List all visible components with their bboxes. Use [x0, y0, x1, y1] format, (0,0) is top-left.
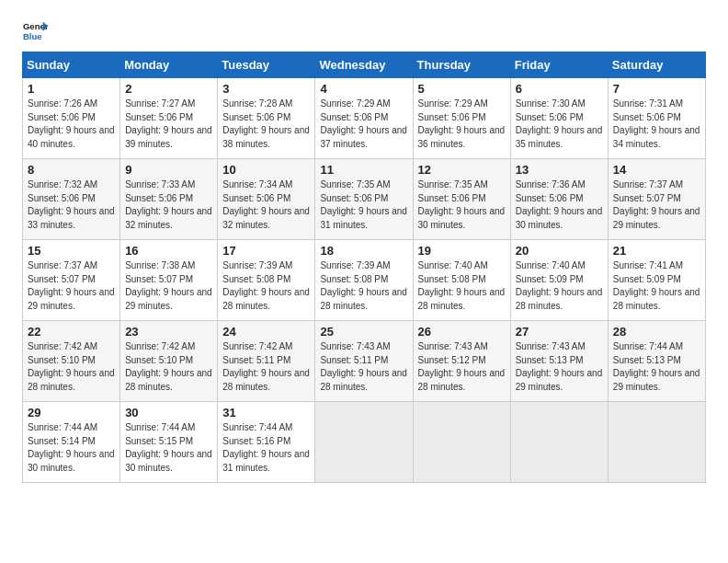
day-detail: Sunrise: 7:36 AMSunset: 5:06 PMDaylight:… [516, 179, 603, 230]
calendar-cell: 23Sunrise: 7:42 AMSunset: 5:10 PMDayligh… [120, 321, 218, 402]
day-detail: Sunrise: 7:39 AMSunset: 5:08 PMDaylight:… [320, 260, 407, 311]
header: General Blue [22, 18, 706, 44]
calendar-cell: 8Sunrise: 7:32 AMSunset: 5:06 PMDaylight… [23, 159, 120, 240]
day-detail: Sunrise: 7:44 AMSunset: 5:14 PMDaylight:… [28, 422, 115, 473]
weekday-header-wednesday: Wednesday [315, 52, 413, 78]
day-number: 1 [28, 82, 115, 96]
calendar-cell: 27Sunrise: 7:43 AMSunset: 5:13 PMDayligh… [510, 321, 608, 402]
calendar-cell [315, 402, 413, 483]
day-number: 18 [320, 244, 407, 258]
day-detail: Sunrise: 7:29 AMSunset: 5:06 PMDaylight:… [418, 98, 506, 149]
day-number: 14 [613, 163, 700, 177]
calendar-cell: 3Sunrise: 7:28 AMSunset: 5:06 PMDaylight… [218, 78, 315, 159]
weekday-header-sunday: Sunday [23, 52, 120, 78]
day-number: 17 [222, 244, 310, 258]
calendar-week-5: 29Sunrise: 7:44 AMSunset: 5:14 PMDayligh… [23, 402, 706, 483]
weekday-header-monday: Monday [120, 52, 218, 78]
day-number: 19 [418, 244, 506, 258]
calendar-cell [510, 402, 608, 483]
calendar-cell [413, 402, 510, 483]
day-detail: Sunrise: 7:44 AMSunset: 5:13 PMDaylight:… [613, 341, 700, 392]
calendar-week-2: 8Sunrise: 7:32 AMSunset: 5:06 PMDaylight… [23, 159, 706, 240]
day-detail: Sunrise: 7:41 AMSunset: 5:09 PMDaylight:… [613, 260, 700, 311]
day-detail: Sunrise: 7:30 AMSunset: 5:06 PMDaylight:… [516, 98, 603, 149]
day-number: 26 [418, 325, 506, 339]
calendar-cell: 31Sunrise: 7:44 AMSunset: 5:16 PMDayligh… [218, 402, 315, 483]
calendar-cell: 26Sunrise: 7:43 AMSunset: 5:12 PMDayligh… [413, 321, 510, 402]
calendar-cell: 5Sunrise: 7:29 AMSunset: 5:06 PMDaylight… [413, 78, 510, 159]
day-detail: Sunrise: 7:33 AMSunset: 5:06 PMDaylight:… [125, 179, 212, 230]
calendar-cell: 12Sunrise: 7:35 AMSunset: 5:06 PMDayligh… [413, 159, 510, 240]
day-detail: Sunrise: 7:26 AMSunset: 5:06 PMDaylight:… [28, 98, 115, 149]
calendar-cell: 28Sunrise: 7:44 AMSunset: 5:13 PMDayligh… [608, 321, 705, 402]
calendar-cell: 10Sunrise: 7:34 AMSunset: 5:06 PMDayligh… [218, 159, 315, 240]
day-number: 16 [125, 244, 212, 258]
day-detail: Sunrise: 7:43 AMSunset: 5:13 PMDaylight:… [516, 341, 603, 392]
day-number: 9 [125, 163, 212, 177]
calendar-cell: 13Sunrise: 7:36 AMSunset: 5:06 PMDayligh… [510, 159, 608, 240]
day-number: 4 [320, 82, 407, 96]
day-number: 10 [222, 163, 310, 177]
day-detail: Sunrise: 7:44 AMSunset: 5:15 PMDaylight:… [125, 422, 212, 473]
calendar-cell: 30Sunrise: 7:44 AMSunset: 5:15 PMDayligh… [120, 402, 218, 483]
day-number: 7 [613, 82, 700, 96]
logo: General Blue [22, 18, 51, 44]
day-detail: Sunrise: 7:40 AMSunset: 5:08 PMDaylight:… [418, 260, 506, 311]
day-detail: Sunrise: 7:42 AMSunset: 5:10 PMDaylight:… [125, 341, 212, 392]
calendar-week-1: 1Sunrise: 7:26 AMSunset: 5:06 PMDaylight… [23, 78, 706, 159]
day-detail: Sunrise: 7:39 AMSunset: 5:08 PMDaylight:… [222, 260, 310, 311]
calendar-cell: 15Sunrise: 7:37 AMSunset: 5:07 PMDayligh… [23, 240, 120, 321]
calendar-cell: 2Sunrise: 7:27 AMSunset: 5:06 PMDaylight… [120, 78, 218, 159]
day-detail: Sunrise: 7:35 AMSunset: 5:06 PMDaylight:… [320, 179, 407, 230]
calendar-cell: 16Sunrise: 7:38 AMSunset: 5:07 PMDayligh… [120, 240, 218, 321]
day-number: 25 [320, 325, 407, 339]
day-detail: Sunrise: 7:42 AMSunset: 5:11 PMDaylight:… [222, 341, 310, 392]
calendar-cell [608, 402, 705, 483]
day-detail: Sunrise: 7:37 AMSunset: 5:07 PMDaylight:… [613, 179, 700, 230]
day-detail: Sunrise: 7:42 AMSunset: 5:10 PMDaylight:… [28, 341, 115, 392]
calendar-cell: 20Sunrise: 7:40 AMSunset: 5:09 PMDayligh… [510, 240, 608, 321]
calendar-cell: 22Sunrise: 7:42 AMSunset: 5:10 PMDayligh… [23, 321, 120, 402]
day-detail: Sunrise: 7:40 AMSunset: 5:09 PMDaylight:… [516, 260, 603, 311]
day-detail: Sunrise: 7:35 AMSunset: 5:06 PMDaylight:… [418, 179, 506, 230]
day-detail: Sunrise: 7:31 AMSunset: 5:06 PMDaylight:… [613, 98, 700, 149]
day-number: 20 [516, 244, 603, 258]
day-number: 8 [28, 163, 115, 177]
day-number: 22 [28, 325, 115, 339]
day-detail: Sunrise: 7:28 AMSunset: 5:06 PMDaylight:… [222, 98, 310, 149]
calendar-table: SundayMondayTuesdayWednesdayThursdayFrid… [22, 52, 706, 483]
day-detail: Sunrise: 7:44 AMSunset: 5:16 PMDaylight:… [222, 422, 310, 473]
svg-text:Blue: Blue [23, 31, 42, 41]
weekday-header-saturday: Saturday [608, 52, 705, 78]
calendar-cell: 7Sunrise: 7:31 AMSunset: 5:06 PMDaylight… [608, 78, 705, 159]
weekday-header-tuesday: Tuesday [218, 52, 315, 78]
calendar-cell: 9Sunrise: 7:33 AMSunset: 5:06 PMDaylight… [120, 159, 218, 240]
day-number: 13 [516, 163, 603, 177]
calendar-cell: 17Sunrise: 7:39 AMSunset: 5:08 PMDayligh… [218, 240, 315, 321]
day-number: 21 [613, 244, 700, 258]
calendar-cell: 21Sunrise: 7:41 AMSunset: 5:09 PMDayligh… [608, 240, 705, 321]
calendar-cell: 24Sunrise: 7:42 AMSunset: 5:11 PMDayligh… [218, 321, 315, 402]
day-detail: Sunrise: 7:29 AMSunset: 5:06 PMDaylight:… [320, 98, 407, 149]
day-number: 11 [320, 163, 407, 177]
day-detail: Sunrise: 7:43 AMSunset: 5:12 PMDaylight:… [418, 341, 506, 392]
calendar-cell: 18Sunrise: 7:39 AMSunset: 5:08 PMDayligh… [315, 240, 413, 321]
day-detail: Sunrise: 7:27 AMSunset: 5:06 PMDaylight:… [125, 98, 212, 149]
calendar-cell: 25Sunrise: 7:43 AMSunset: 5:11 PMDayligh… [315, 321, 413, 402]
day-number: 5 [418, 82, 506, 96]
day-number: 30 [125, 406, 212, 419]
calendar-week-4: 22Sunrise: 7:42 AMSunset: 5:10 PMDayligh… [23, 321, 706, 402]
day-number: 12 [418, 163, 506, 177]
day-number: 27 [516, 325, 603, 339]
day-number: 31 [222, 406, 310, 419]
day-detail: Sunrise: 7:32 AMSunset: 5:06 PMDaylight:… [28, 179, 115, 230]
day-number: 2 [125, 82, 212, 96]
day-detail: Sunrise: 7:34 AMSunset: 5:06 PMDaylight:… [222, 179, 310, 230]
weekday-header-thursday: Thursday [413, 52, 510, 78]
calendar-cell: 4Sunrise: 7:29 AMSunset: 5:06 PMDaylight… [315, 78, 413, 159]
calendar-week-3: 15Sunrise: 7:37 AMSunset: 5:07 PMDayligh… [23, 240, 706, 321]
calendar-cell: 11Sunrise: 7:35 AMSunset: 5:06 PMDayligh… [315, 159, 413, 240]
day-number: 6 [516, 82, 603, 96]
calendar-cell: 6Sunrise: 7:30 AMSunset: 5:06 PMDaylight… [510, 78, 608, 159]
day-number: 28 [613, 325, 700, 339]
